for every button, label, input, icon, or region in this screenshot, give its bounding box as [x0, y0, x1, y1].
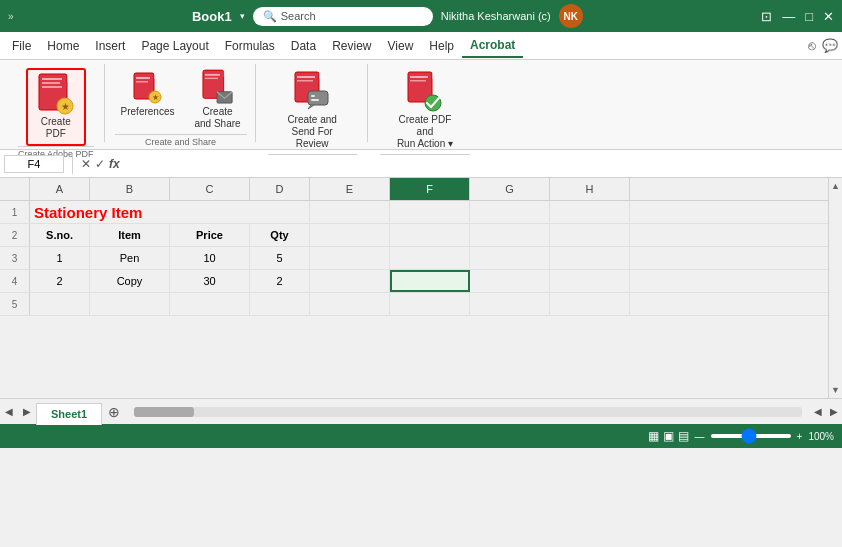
cell-c3[interactable]: 10: [170, 247, 250, 269]
cell-a5[interactable]: [30, 293, 90, 315]
horizontal-scroll-thumb[interactable]: [134, 407, 194, 417]
cell-b3[interactable]: Pen: [90, 247, 170, 269]
sheet-tab-sheet1[interactable]: Sheet1: [36, 403, 102, 425]
cell-h1[interactable]: [550, 201, 630, 223]
cell-f1[interactable]: [390, 201, 470, 223]
scroll-up-arrow[interactable]: ▲: [828, 178, 842, 194]
scroll-left-icon[interactable]: ◀: [810, 406, 826, 417]
cell-h4[interactable]: [550, 270, 630, 292]
tab-nav-right[interactable]: ▶: [18, 406, 36, 417]
page-break-view-icon[interactable]: ▤: [678, 429, 689, 443]
cell-h2[interactable]: [550, 224, 630, 246]
zoom-plus-icon[interactable]: +: [797, 431, 803, 442]
row-number-4[interactable]: 4: [0, 270, 30, 292]
send-review-button[interactable]: Create andSend For Review: [277, 68, 347, 154]
search-icon: 🔍: [263, 10, 277, 23]
preferences-button[interactable]: ★ Preferences: [115, 68, 181, 122]
quick-access-arrows[interactable]: »: [8, 11, 14, 22]
cell-g5[interactable]: [470, 293, 550, 315]
menu-data[interactable]: Data: [283, 35, 324, 57]
menu-page-layout[interactable]: Page Layout: [133, 35, 216, 57]
col-header-h[interactable]: H: [550, 178, 630, 200]
menu-formulas[interactable]: Formulas: [217, 35, 283, 57]
cell-h5[interactable]: [550, 293, 630, 315]
cell-f2[interactable]: [390, 224, 470, 246]
cell-c2[interactable]: Price: [170, 224, 250, 246]
col-header-f[interactable]: F: [390, 178, 470, 200]
cell-c5[interactable]: [170, 293, 250, 315]
cell-d4[interactable]: 2: [250, 270, 310, 292]
cell-f4[interactable]: [390, 270, 470, 292]
row-number-1[interactable]: 1: [0, 201, 30, 223]
menu-review[interactable]: Review: [324, 35, 379, 57]
row-number-3[interactable]: 3: [0, 247, 30, 269]
cell-e3[interactable]: [310, 247, 390, 269]
scroll-right-icon[interactable]: ▶: [826, 406, 842, 417]
horizontal-scroll-track[interactable]: [134, 407, 802, 417]
close-icon[interactable]: ✕: [823, 9, 834, 24]
menu-view[interactable]: View: [380, 35, 422, 57]
restore-icon[interactable]: ⊡: [761, 9, 772, 24]
col-header-d[interactable]: D: [250, 178, 310, 200]
cell-f3[interactable]: [390, 247, 470, 269]
cell-g1[interactable]: [470, 201, 550, 223]
menu-acrobat[interactable]: Acrobat: [462, 34, 523, 58]
cell-g3[interactable]: [470, 247, 550, 269]
col-header-e[interactable]: E: [310, 178, 390, 200]
cell-d5[interactable]: [250, 293, 310, 315]
maximize-icon[interactable]: □: [805, 9, 813, 24]
confirm-formula-icon[interactable]: ✓: [95, 157, 105, 171]
page-layout-view-icon[interactable]: ▣: [663, 429, 674, 443]
cell-d2[interactable]: Qty: [250, 224, 310, 246]
cell-reference-input[interactable]: [4, 155, 64, 173]
col-header-g[interactable]: G: [470, 178, 550, 200]
cell-f5[interactable]: [390, 293, 470, 315]
create-pdf-button[interactable]: ★ CreatePDF: [26, 68, 86, 146]
row-number-2[interactable]: 2: [0, 224, 30, 246]
cancel-formula-icon[interactable]: ✕: [81, 157, 91, 171]
zoom-slider[interactable]: [711, 434, 791, 438]
scroll-track[interactable]: [829, 194, 843, 382]
col-header-a[interactable]: A: [30, 178, 90, 200]
formula-input[interactable]: [124, 155, 838, 173]
add-sheet-button[interactable]: ⊕: [102, 404, 126, 420]
cell-b4[interactable]: Copy: [90, 270, 170, 292]
tab-nav-left[interactable]: ◀: [0, 406, 18, 417]
cell-c4[interactable]: 30: [170, 270, 250, 292]
cell-a1[interactable]: Stationery Item: [30, 201, 310, 223]
comment-icon[interactable]: 💬: [822, 38, 838, 53]
scroll-down-arrow[interactable]: ▼: [828, 382, 842, 398]
cell-a2[interactable]: S.no.: [30, 224, 90, 246]
cell-a3[interactable]: 1: [30, 247, 90, 269]
col-header-b[interactable]: B: [90, 178, 170, 200]
minimize-icon[interactable]: —: [782, 9, 795, 24]
user-avatar[interactable]: NK: [559, 4, 583, 28]
cell-e1[interactable]: [310, 201, 390, 223]
menu-home[interactable]: Home: [39, 35, 87, 57]
vertical-scrollbar[interactable]: ▲ ▼: [828, 178, 842, 398]
search-box[interactable]: 🔍 Search: [253, 7, 433, 26]
title-chevron-icon[interactable]: ▾: [240, 11, 245, 21]
zoom-minus-icon[interactable]: —: [695, 431, 705, 442]
normal-view-icon[interactable]: ▦: [648, 429, 659, 443]
col-header-c[interactable]: C: [170, 178, 250, 200]
create-share-button[interactable]: Createand Share: [188, 68, 246, 134]
run-action-button[interactable]: Create PDF andRun Action ▾: [390, 68, 460, 154]
cell-h3[interactable]: [550, 247, 630, 269]
menu-insert[interactable]: Insert: [87, 35, 133, 57]
cell-e5[interactable]: [310, 293, 390, 315]
share-icon[interactable]: ⎋: [808, 38, 816, 53]
corner-cell[interactable]: [0, 178, 30, 200]
cell-g4[interactable]: [470, 270, 550, 292]
cell-b2[interactable]: Item: [90, 224, 170, 246]
insert-function-icon[interactable]: fx: [109, 157, 120, 171]
cell-e4[interactable]: [310, 270, 390, 292]
cell-g2[interactable]: [470, 224, 550, 246]
cell-a4[interactable]: 2: [30, 270, 90, 292]
cell-d3[interactable]: 5: [250, 247, 310, 269]
cell-b5[interactable]: [90, 293, 170, 315]
cell-e2[interactable]: [310, 224, 390, 246]
row-number-5[interactable]: 5: [0, 293, 30, 315]
menu-help[interactable]: Help: [421, 35, 462, 57]
menu-file[interactable]: File: [4, 35, 39, 57]
